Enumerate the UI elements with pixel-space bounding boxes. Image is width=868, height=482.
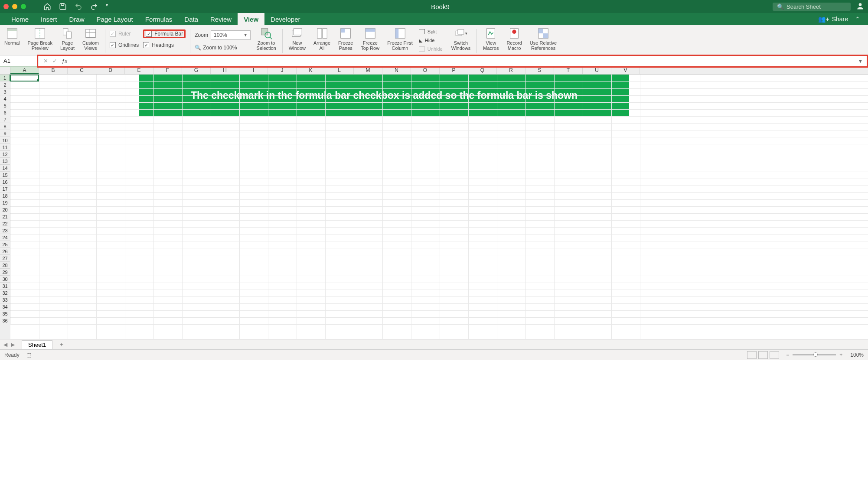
- zoom-to-100-button[interactable]: 🔍 Zoom to 100%: [195, 43, 250, 52]
- tab-view[interactable]: View: [238, 13, 264, 25]
- tab-page-layout[interactable]: Page Layout: [91, 13, 139, 25]
- row-header-15[interactable]: 15: [0, 172, 10, 179]
- row-header-34[interactable]: 34: [0, 303, 10, 310]
- column-header-V[interactable]: V: [611, 67, 640, 74]
- row-header-22[interactable]: 22: [0, 220, 10, 227]
- row-header-35[interactable]: 35: [0, 310, 10, 317]
- macro-record-status-icon[interactable]: ⬚: [26, 352, 31, 358]
- expand-formula-bar-icon[interactable]: ▼: [853, 59, 868, 64]
- row-header-28[interactable]: 28: [0, 262, 10, 269]
- tab-draw[interactable]: Draw: [63, 13, 91, 25]
- row-header-6[interactable]: 6: [0, 109, 10, 116]
- row-header-9[interactable]: 9: [0, 130, 10, 137]
- column-header-T[interactable]: T: [554, 67, 583, 74]
- zoom-out-button[interactable]: −: [786, 352, 789, 358]
- column-header-N[interactable]: N: [382, 67, 411, 74]
- tab-formulas[interactable]: Formulas: [139, 13, 179, 25]
- new-window-button[interactable]: New Window: [287, 27, 307, 55]
- column-header-D[interactable]: D: [96, 67, 125, 74]
- column-header-U[interactable]: U: [583, 67, 611, 74]
- home-icon[interactable]: [43, 3, 51, 10]
- column-header-E[interactable]: E: [125, 67, 153, 74]
- column-header-R[interactable]: R: [497, 67, 525, 74]
- tab-data[interactable]: Data: [178, 13, 204, 25]
- row-header-11[interactable]: 11: [0, 144, 10, 151]
- row-header-5[interactable]: 5: [0, 102, 10, 109]
- row-header-10[interactable]: 10: [0, 137, 10, 144]
- select-all-corner[interactable]: [0, 67, 10, 74]
- zoom-to-selection-button[interactable]: Zoom to Selection: [255, 27, 278, 55]
- column-header-I[interactable]: I: [239, 67, 268, 74]
- column-header-S[interactable]: S: [525, 67, 554, 74]
- row-header-2[interactable]: 2: [0, 81, 10, 88]
- active-cell[interactable]: [10, 75, 39, 81]
- enter-icon[interactable]: ✓: [52, 58, 57, 64]
- redo-icon[interactable]: [90, 3, 98, 10]
- row-header-29[interactable]: 29: [0, 269, 10, 276]
- row-header-19[interactable]: 19: [0, 199, 10, 206]
- zoom-in-button[interactable]: +: [839, 352, 842, 358]
- column-header-F[interactable]: F: [153, 67, 182, 74]
- normal-view-button[interactable]: Normal: [3, 27, 21, 55]
- row-header-27[interactable]: 27: [0, 255, 10, 262]
- undo-icon[interactable]: [75, 3, 82, 10]
- switch-windows-button[interactable]: ▾ Switch Windows: [450, 27, 473, 55]
- row-header-14[interactable]: 14: [0, 165, 10, 172]
- column-header-C[interactable]: C: [68, 67, 96, 74]
- column-header-H[interactable]: H: [211, 67, 239, 74]
- row-header-17[interactable]: 17: [0, 186, 10, 192]
- freeze-top-row-button[interactable]: Freeze Top Row: [359, 27, 381, 55]
- row-header-8[interactable]: 8: [0, 123, 10, 130]
- tab-insert[interactable]: Insert: [35, 13, 63, 25]
- minimize-window-button[interactable]: [12, 4, 17, 9]
- row-header-32[interactable]: 32: [0, 290, 10, 296]
- gridlines-checkbox[interactable]: ✓Gridlines: [110, 41, 139, 49]
- row-header-1[interactable]: 1: [0, 75, 10, 81]
- search-sheet-input[interactable]: 🔍 Search Sheet: [773, 3, 851, 11]
- sheet-nav-prev-icon[interactable]: ◀: [3, 342, 7, 348]
- hide-button[interactable]: ◣Hide: [419, 36, 443, 44]
- column-header-M[interactable]: M: [354, 67, 382, 74]
- custom-views-button[interactable]: Custom Views: [81, 27, 101, 55]
- row-header-33[interactable]: 33: [0, 296, 10, 303]
- row-header-25[interactable]: 25: [0, 241, 10, 248]
- cancel-icon[interactable]: ✕: [43, 58, 48, 64]
- row-header-31[interactable]: 31: [0, 283, 10, 290]
- tab-home[interactable]: Home: [5, 13, 35, 25]
- chevron-up-icon[interactable]: ⌃: [855, 16, 860, 23]
- freeze-panes-button[interactable]: Freeze Panes: [336, 27, 355, 55]
- row-header-21[interactable]: 21: [0, 213, 10, 220]
- row-header-4[interactable]: 4: [0, 95, 10, 102]
- close-window-button[interactable]: [3, 4, 9, 9]
- row-header-36[interactable]: 36: [0, 317, 10, 324]
- view-macros-button[interactable]: View Macros: [481, 27, 500, 55]
- row-header-20[interactable]: 20: [0, 206, 10, 213]
- headings-checkbox[interactable]: ✓Headings: [143, 41, 186, 49]
- normal-view-mode-button[interactable]: [747, 351, 757, 359]
- page-layout-button[interactable]: Page Layout: [59, 27, 76, 55]
- row-header-3[interactable]: 3: [0, 88, 10, 95]
- row-header-24[interactable]: 24: [0, 234, 10, 241]
- user-icon[interactable]: [856, 2, 865, 12]
- tab-review[interactable]: Review: [204, 13, 238, 25]
- row-header-30[interactable]: 30: [0, 276, 10, 283]
- column-header-O[interactable]: O: [411, 67, 440, 74]
- row-header-23[interactable]: 23: [0, 227, 10, 234]
- row-header-16[interactable]: 16: [0, 179, 10, 186]
- save-icon[interactable]: [59, 3, 67, 10]
- zoom-slider[interactable]: − + 100%: [786, 352, 864, 358]
- column-header-Q[interactable]: Q: [468, 67, 497, 74]
- column-header-P[interactable]: P: [440, 67, 468, 74]
- row-header-26[interactable]: 26: [0, 248, 10, 255]
- column-header-K[interactable]: K: [297, 67, 325, 74]
- column-header-G[interactable]: G: [182, 67, 211, 74]
- tab-developer[interactable]: Developer: [264, 13, 306, 25]
- use-relative-references-button[interactable]: Use Relative References: [528, 27, 558, 55]
- column-header-A[interactable]: A: [10, 67, 39, 74]
- name-box[interactable]: A1: [0, 55, 39, 66]
- maximize-window-button[interactable]: [21, 4, 26, 9]
- row-header-18[interactable]: 18: [0, 192, 10, 199]
- column-header-B[interactable]: B: [39, 67, 68, 74]
- sheet-nav-next-icon[interactable]: ▶: [11, 342, 15, 348]
- zoom-select[interactable]: 100% ▼: [211, 30, 251, 40]
